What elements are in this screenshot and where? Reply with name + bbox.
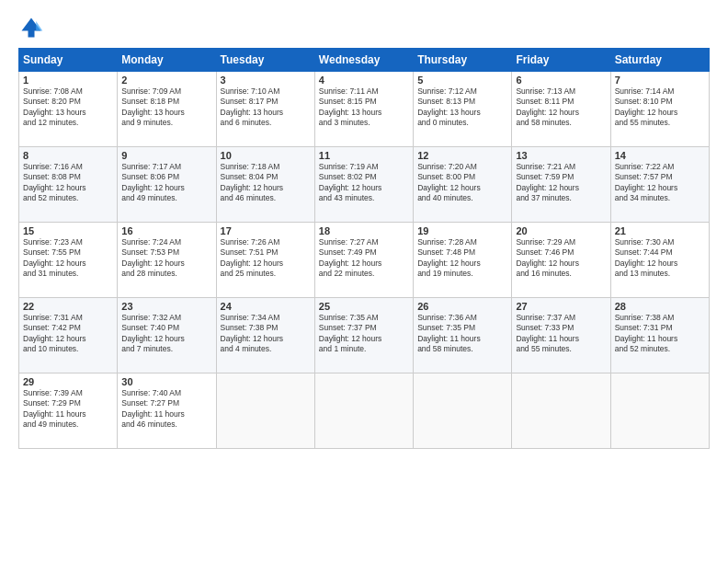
day-number: 10: [221, 150, 311, 161]
day-number: 8: [23, 150, 113, 161]
weekday-header: Thursday: [414, 49, 512, 72]
calendar-week-row: 15Sunrise: 7:23 AM Sunset: 7:55 PM Dayli…: [19, 223, 710, 298]
calendar-table: SundayMondayTuesdayWednesdayThursdayFrid…: [18, 48, 710, 449]
calendar-cell: 11Sunrise: 7:19 AM Sunset: 8:02 PM Dayli…: [314, 147, 413, 223]
day-number: 21: [615, 225, 705, 236]
day-number: 1: [23, 75, 113, 86]
day-number: 17: [221, 225, 311, 236]
calendar-cell: [414, 373, 512, 449]
day-number: 20: [516, 225, 606, 236]
weekday-header: Sunday: [19, 49, 118, 72]
day-number: 13: [516, 150, 606, 161]
day-info: Sunrise: 7:20 AM Sunset: 8:00 PM Dayligh…: [417, 162, 507, 204]
calendar-cell: 30Sunrise: 7:40 AM Sunset: 7:27 PM Dayli…: [118, 373, 216, 449]
calendar-week-row: 22Sunrise: 7:31 AM Sunset: 7:42 PM Dayli…: [19, 298, 710, 373]
day-info: Sunrise: 7:24 AM Sunset: 7:53 PM Dayligh…: [121, 237, 211, 280]
day-info: Sunrise: 7:17 AM Sunset: 8:06 PM Dayligh…: [121, 162, 211, 204]
day-number: 24: [221, 301, 311, 312]
calendar-cell: 4Sunrise: 7:11 AM Sunset: 8:15 PM Daylig…: [314, 72, 413, 147]
day-number: 30: [121, 376, 211, 387]
logo-icon: [18, 15, 44, 40]
day-number: 27: [516, 301, 606, 312]
day-number: 12: [417, 150, 507, 161]
day-number: 22: [23, 301, 113, 312]
weekday-header: Saturday: [610, 49, 709, 72]
day-info: Sunrise: 7:16 AM Sunset: 8:08 PM Dayligh…: [23, 162, 113, 204]
day-info: Sunrise: 7:09 AM Sunset: 8:18 PM Dayligh…: [121, 86, 211, 129]
calendar-cell: 28Sunrise: 7:38 AM Sunset: 7:31 PM Dayli…: [610, 298, 709, 373]
day-info: Sunrise: 7:38 AM Sunset: 7:31 PM Dayligh…: [615, 313, 705, 355]
calendar-cell: 6Sunrise: 7:13 AM Sunset: 8:11 PM Daylig…: [512, 72, 610, 147]
calendar-cell: 7Sunrise: 7:14 AM Sunset: 8:10 PM Daylig…: [610, 72, 709, 147]
calendar-cell: 9Sunrise: 7:17 AM Sunset: 8:06 PM Daylig…: [118, 147, 216, 223]
weekday-header: Monday: [118, 49, 216, 72]
calendar-cell: 26Sunrise: 7:36 AM Sunset: 7:35 PM Dayli…: [414, 298, 512, 373]
day-info: Sunrise: 7:29 AM Sunset: 7:46 PM Dayligh…: [516, 237, 606, 280]
calendar-cell: 20Sunrise: 7:29 AM Sunset: 7:46 PM Dayli…: [512, 223, 610, 298]
day-number: 14: [615, 150, 705, 161]
day-info: Sunrise: 7:31 AM Sunset: 7:42 PM Dayligh…: [23, 313, 113, 355]
day-info: Sunrise: 7:34 AM Sunset: 7:38 PM Dayligh…: [221, 313, 311, 355]
day-number: 3: [221, 75, 311, 86]
day-number: 6: [516, 75, 606, 86]
weekday-header-row: SundayMondayTuesdayWednesdayThursdayFrid…: [19, 49, 710, 72]
day-number: 16: [121, 225, 211, 236]
calendar-week-row: 8Sunrise: 7:16 AM Sunset: 8:08 PM Daylig…: [19, 147, 710, 223]
calendar-cell: 10Sunrise: 7:18 AM Sunset: 8:04 PM Dayli…: [216, 147, 314, 223]
calendar-week-row: 29Sunrise: 7:39 AM Sunset: 7:29 PM Dayli…: [19, 373, 710, 449]
calendar-cell: 24Sunrise: 7:34 AM Sunset: 7:38 PM Dayli…: [216, 298, 314, 373]
day-number: 18: [319, 225, 409, 236]
day-number: 15: [23, 225, 113, 236]
day-info: Sunrise: 7:21 AM Sunset: 7:59 PM Dayligh…: [516, 162, 606, 204]
day-info: Sunrise: 7:27 AM Sunset: 7:49 PM Dayligh…: [319, 237, 409, 280]
day-info: Sunrise: 7:14 AM Sunset: 8:10 PM Dayligh…: [615, 86, 705, 129]
day-info: Sunrise: 7:23 AM Sunset: 7:55 PM Dayligh…: [23, 237, 113, 280]
day-number: 29: [23, 376, 113, 387]
calendar-cell: 27Sunrise: 7:37 AM Sunset: 7:33 PM Dayli…: [512, 298, 610, 373]
calendar-cell: [216, 373, 314, 449]
day-number: 26: [417, 301, 507, 312]
day-info: Sunrise: 7:39 AM Sunset: 7:29 PM Dayligh…: [23, 388, 113, 431]
day-info: Sunrise: 7:12 AM Sunset: 8:13 PM Dayligh…: [417, 86, 507, 129]
calendar-cell: 3Sunrise: 7:10 AM Sunset: 8:17 PM Daylig…: [216, 72, 314, 147]
day-info: Sunrise: 7:32 AM Sunset: 7:40 PM Dayligh…: [121, 313, 211, 355]
day-number: 9: [121, 150, 211, 161]
day-info: Sunrise: 7:08 AM Sunset: 8:20 PM Dayligh…: [23, 86, 113, 129]
calendar-cell: 21Sunrise: 7:30 AM Sunset: 7:44 PM Dayli…: [610, 223, 709, 298]
logo: [18, 15, 48, 40]
day-info: Sunrise: 7:36 AM Sunset: 7:35 PM Dayligh…: [417, 313, 507, 355]
weekday-header: Friday: [512, 49, 610, 72]
day-info: Sunrise: 7:28 AM Sunset: 7:48 PM Dayligh…: [417, 237, 507, 280]
calendar-cell: 15Sunrise: 7:23 AM Sunset: 7:55 PM Dayli…: [19, 223, 118, 298]
day-number: 11: [319, 150, 409, 161]
day-info: Sunrise: 7:18 AM Sunset: 8:04 PM Dayligh…: [221, 162, 311, 204]
calendar-cell: 2Sunrise: 7:09 AM Sunset: 8:18 PM Daylig…: [118, 72, 216, 147]
day-info: Sunrise: 7:11 AM Sunset: 8:15 PM Dayligh…: [319, 86, 409, 129]
calendar-cell: 29Sunrise: 7:39 AM Sunset: 7:29 PM Dayli…: [19, 373, 118, 449]
calendar-cell: [512, 373, 610, 449]
calendar-cell: 5Sunrise: 7:12 AM Sunset: 8:13 PM Daylig…: [414, 72, 512, 147]
day-number: 2: [121, 75, 211, 86]
day-info: Sunrise: 7:35 AM Sunset: 7:37 PM Dayligh…: [319, 313, 409, 355]
calendar-cell: 25Sunrise: 7:35 AM Sunset: 7:37 PM Dayli…: [314, 298, 413, 373]
calendar-cell: 12Sunrise: 7:20 AM Sunset: 8:00 PM Dayli…: [414, 147, 512, 223]
day-number: 5: [417, 75, 507, 86]
calendar-cell: 23Sunrise: 7:32 AM Sunset: 7:40 PM Dayli…: [118, 298, 216, 373]
day-number: 7: [615, 75, 705, 86]
calendar-cell: 8Sunrise: 7:16 AM Sunset: 8:08 PM Daylig…: [19, 147, 118, 223]
weekday-header: Wednesday: [314, 49, 413, 72]
day-number: 19: [417, 225, 507, 236]
day-info: Sunrise: 7:10 AM Sunset: 8:17 PM Dayligh…: [221, 86, 311, 129]
calendar-cell: 16Sunrise: 7:24 AM Sunset: 7:53 PM Dayli…: [118, 223, 216, 298]
day-number: 4: [319, 75, 409, 86]
calendar-cell: 14Sunrise: 7:22 AM Sunset: 7:57 PM Dayli…: [610, 147, 709, 223]
calendar-page: SundayMondayTuesdayWednesdayThursdayFrid…: [0, 0, 728, 563]
day-info: Sunrise: 7:30 AM Sunset: 7:44 PM Dayligh…: [615, 237, 705, 280]
calendar-cell: [610, 373, 709, 449]
day-info: Sunrise: 7:19 AM Sunset: 8:02 PM Dayligh…: [319, 162, 409, 204]
day-info: Sunrise: 7:22 AM Sunset: 7:57 PM Dayligh…: [615, 162, 705, 204]
weekday-header: Tuesday: [216, 49, 314, 72]
day-info: Sunrise: 7:37 AM Sunset: 7:33 PM Dayligh…: [516, 313, 606, 355]
day-number: 23: [121, 301, 211, 312]
calendar-cell: 22Sunrise: 7:31 AM Sunset: 7:42 PM Dayli…: [19, 298, 118, 373]
